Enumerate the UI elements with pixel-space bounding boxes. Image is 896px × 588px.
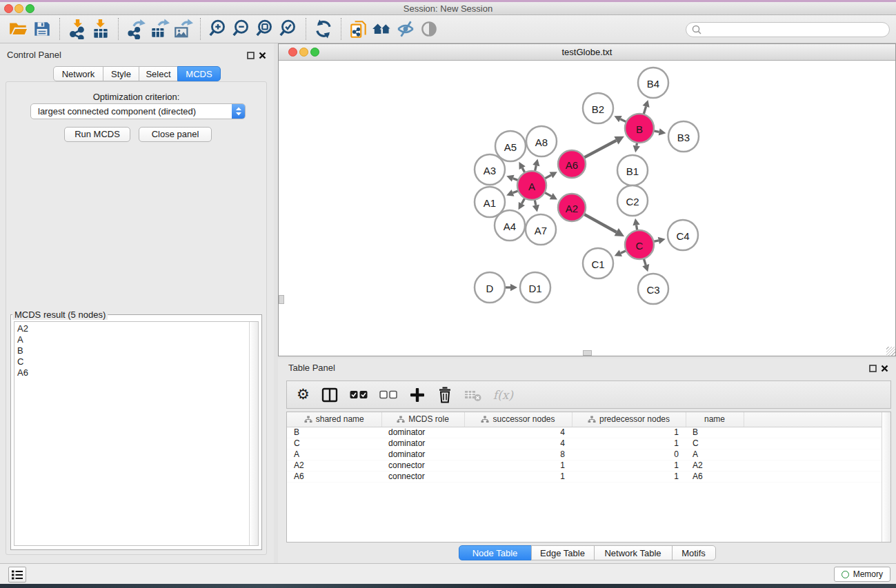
clone-network-button[interactable]: [347, 17, 370, 41]
tab-select[interactable]: Select: [139, 66, 178, 81]
toolbar-separator: [341, 18, 341, 40]
result-list-scrollbar[interactable]: [249, 322, 258, 545]
first-neighbors-button[interactable]: [370, 17, 394, 41]
zoom-out-button[interactable]: [230, 17, 253, 41]
checked-boxes-icon: [350, 390, 368, 399]
run-mcds-button[interactable]: Run MCDS: [64, 127, 130, 142]
graph-edge[interactable]: [535, 165, 536, 171]
table-settings-button[interactable]: ⚙: [297, 385, 310, 405]
graph-edge-arrowhead: [510, 284, 517, 291]
save-session-button[interactable]: [30, 17, 54, 41]
zoom-fit-icon: [255, 19, 275, 39]
table-row[interactable]: Bdominator41B: [287, 427, 890, 438]
select-all-columns-button[interactable]: [350, 385, 368, 405]
column-header-mcds-role[interactable]: MCDS role: [381, 412, 464, 427]
close-panel-icon[interactable]: [259, 51, 266, 61]
graph-edge[interactable]: [521, 198, 524, 203]
tab-network[interactable]: Network: [53, 66, 103, 81]
graph-edge[interactable]: [621, 251, 626, 254]
show-all-button[interactable]: [417, 17, 441, 41]
show-columns-button[interactable]: [321, 385, 339, 405]
export-image-button[interactable]: [171, 17, 195, 41]
toolbar-separator: [118, 18, 119, 40]
graph-node-label: A8: [535, 136, 548, 148]
vertical-scroll-thumb[interactable]: [279, 295, 284, 304]
mcds-result-item[interactable]: B: [17, 345, 258, 356]
task-history-button[interactable]: [8, 567, 26, 582]
search-field[interactable]: [686, 22, 890, 37]
optimization-criterion-select[interactable]: largest connected component (directed): [30, 103, 246, 119]
delete-table-button[interactable]: [464, 385, 482, 405]
graph-edge[interactable]: [644, 258, 646, 265]
graph-node-label: C2: [626, 196, 639, 207]
table-scrollbar[interactable]: [882, 412, 890, 542]
column-type-icon: [397, 416, 405, 423]
export-network-button[interactable]: [124, 17, 148, 41]
table-row[interactable]: Adominator80A: [287, 449, 890, 460]
graph-edge[interactable]: [584, 214, 617, 232]
table-row[interactable]: A2connector11A2: [287, 460, 890, 471]
delete-column-button[interactable]: [437, 385, 453, 405]
horizontal-scroll-thumb[interactable]: [583, 350, 592, 356]
tab-mcds[interactable]: MCDS: [177, 66, 221, 81]
refresh-view-button[interactable]: [312, 17, 335, 41]
optimization-criterion-label: Optimization criterion:: [6, 92, 266, 102]
network-window-titlebar: testGlobe.txt: [279, 44, 895, 61]
create-column-button[interactable]: [409, 385, 426, 405]
network-canvas[interactable]: AA1A2A3A4A5A6A7A8BB1B2B3B4CC1C2C3C4DD1: [279, 61, 895, 356]
search-input[interactable]: [702, 25, 889, 34]
close-panel-button[interactable]: Close panel: [139, 127, 212, 142]
window-titlebar: Session: New Session: [0, 2, 896, 15]
graph-edge[interactable]: [644, 106, 646, 114]
tab-motifs[interactable]: Motifs: [672, 545, 716, 560]
float-table-panel-icon[interactable]: [869, 364, 877, 374]
zoom-fit-button[interactable]: [253, 17, 277, 41]
graph-edge[interactable]: [584, 141, 617, 158]
graph-edge[interactable]: [620, 119, 626, 122]
table-row[interactable]: Cdominator41C: [287, 438, 890, 449]
graph-edge[interactable]: [513, 191, 519, 193]
deselect-all-columns-button[interactable]: [379, 385, 398, 405]
hide-selected-button[interactable]: [394, 17, 417, 41]
node-table: shared name MCDS role successor nodes pr…: [287, 412, 890, 483]
function-builder-button[interactable]: f(x): [493, 385, 513, 405]
float-panel-icon[interactable]: [247, 51, 255, 61]
resize-grip-icon[interactable]: [886, 347, 895, 356]
column-header-shared-name[interactable]: shared name: [287, 412, 381, 427]
column-header-successor-nodes[interactable]: successor nodes: [464, 412, 572, 427]
control-panel-tabs: Network Style Select MCDS: [0, 66, 274, 81]
table-panel-tabs: Node Table Edge Table Network Table Moti…: [278, 545, 896, 560]
mcds-panel: Optimization criterion: largest connecte…: [6, 81, 267, 555]
mcds-result-title: MCDS result (5 nodes): [12, 310, 108, 320]
graph-edge-arrowhead: [658, 237, 666, 244]
tab-node-table[interactable]: Node Table: [459, 545, 532, 560]
mcds-result-item[interactable]: A: [17, 334, 258, 345]
memory-button[interactable]: Memory: [834, 567, 890, 582]
mcds-result-item[interactable]: C: [17, 356, 258, 367]
mcds-result-item[interactable]: A2: [17, 323, 258, 334]
column-header-predecessor-nodes[interactable]: predecessor nodes: [572, 412, 686, 427]
tab-edge-table[interactable]: Edge Table: [531, 545, 595, 560]
list-icon: [11, 569, 23, 580]
eye-icon: [419, 19, 439, 39]
table-row[interactable]: A6connector11A6: [287, 471, 890, 482]
open-session-button[interactable]: [7, 17, 30, 41]
mcds-result-item[interactable]: A6: [17, 367, 258, 378]
import-network-button[interactable]: [66, 17, 89, 41]
delete-table-icon: [464, 387, 482, 403]
column-header-name[interactable]: name: [686, 412, 744, 427]
mcds-result-list[interactable]: A2ABCA6: [14, 321, 259, 546]
import-table-icon: [90, 19, 111, 39]
open-folder-icon: [8, 19, 29, 39]
status-bar: Memory: [0, 563, 896, 584]
tab-network-table[interactable]: Network Table: [594, 545, 673, 560]
graph-edge[interactable]: [544, 192, 551, 196]
zoom-selected-button[interactable]: [277, 17, 300, 41]
graph-edge[interactable]: [545, 175, 551, 179]
close-table-panel-icon[interactable]: [881, 364, 888, 374]
zoom-in-button[interactable]: [206, 17, 230, 41]
import-table-button[interactable]: [89, 17, 112, 41]
graph-node-label: D: [486, 283, 494, 294]
tab-style[interactable]: Style: [103, 66, 139, 81]
export-table-button[interactable]: [148, 17, 171, 41]
